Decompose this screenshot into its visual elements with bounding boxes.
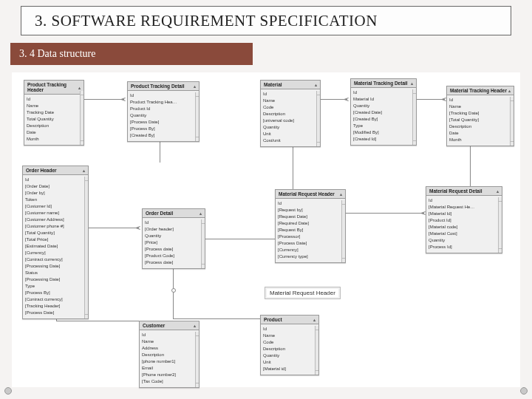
field: Date: [27, 129, 81, 136]
field: [Modified By]: [353, 129, 414, 136]
entity-product: Product▴ IdNameCodeDescriptionQuantityUn…: [260, 315, 319, 375]
field: [Process Id]: [429, 244, 499, 250]
entity-order-header: Order Header▴ Id[Order Date][Order by]To…: [22, 166, 89, 319]
field: Cost/unit: [263, 137, 318, 144]
field: [Customer name]: [25, 210, 86, 216]
field: Quantity: [130, 112, 197, 119]
field: [Customer phone #]: [25, 223, 86, 230]
entity-material-request-detail: Material Request Detail▴ Id[Material Req…: [426, 186, 502, 253]
field: Code: [263, 339, 316, 346]
field-list: IdProduct Tracking Hea…Product IdQuantit…: [128, 91, 199, 141]
field: [Created By]: [130, 132, 197, 139]
connector: [86, 228, 139, 228]
entity-product-tracking-detail: Product Tracking Detail▴ IdProduct Track…: [127, 81, 200, 142]
field: [Processing Date]: [25, 276, 86, 283]
page-title: 3. SOFTWARE REQUIREMENT SPECIFICATION: [35, 12, 378, 30]
label-card-material-request-header: Material Request Header: [265, 287, 341, 299]
field: [Estimated Date]: [25, 243, 86, 250]
crowfoot-icon: [136, 225, 142, 231]
field-list: Id[Order Date][Order by]Token[Customer I…: [23, 175, 88, 318]
field: [Material id]: [263, 366, 316, 372]
connector: [173, 268, 174, 318]
entity-order-detail: Order Detail▴ Id[Order header]Quantity[P…: [142, 208, 205, 269]
subtitle-text: 3. 4 Data structure: [19, 48, 95, 60]
scrollbar: [498, 197, 502, 253]
field: Address: [142, 345, 197, 352]
field: [Total Quantity]: [25, 230, 86, 236]
footer-dot-icon: [4, 387, 12, 395]
field: [Process By]: [130, 126, 197, 132]
connector: [173, 318, 260, 319]
entity-title: Material Request Detail: [429, 188, 482, 194]
entity-title: Material Request Header: [279, 191, 335, 197]
field: [Material Cost]: [429, 231, 499, 237]
label-card-text: Material Request Header: [270, 290, 335, 296]
field: Quantity: [263, 124, 318, 131]
field: [Contract currency]: [25, 296, 86, 303]
field: Id: [27, 96, 81, 103]
connector: [343, 213, 424, 214]
entity-title: Material Tracking Detail: [354, 81, 408, 86]
scrollbar: [316, 91, 320, 146]
field: Tracking Date: [27, 109, 81, 116]
field: Name: [142, 338, 197, 345]
scrollbar: [201, 219, 205, 268]
field: [phone number1]: [142, 358, 197, 365]
field: Id: [130, 92, 197, 99]
entity-title: Order Header: [26, 168, 57, 173]
field: [Tax Code]: [142, 378, 197, 385]
field-list: Id[Order header]Quantity[Price][Process …: [143, 218, 205, 268]
field: Month: [449, 137, 511, 143]
title-box: 3. SOFTWARE REQUIREMENT SPECIFICATION: [21, 6, 511, 35]
field: [Process Date]: [25, 310, 86, 316]
entity-material-request-header: Material Request Header▴ Id[Request by][…: [275, 189, 346, 263]
entity-material-tracking-header: Material Tracking Header▴ IdName[Trackin…: [446, 86, 514, 146]
entity-customer: Customer▴ IdNameAddressDescription[phone…: [139, 321, 200, 388]
field: [Material Id]: [429, 211, 499, 217]
field: Id: [263, 91, 318, 98]
field: [Process Date]: [130, 119, 197, 126]
scrollbar: [315, 326, 318, 375]
field: Quantity: [145, 233, 202, 239]
connector: [56, 321, 139, 321]
field: Material Id: [353, 96, 414, 103]
field: [Created Id]: [353, 136, 414, 143]
field-list: IdNameCodeDescription[universal code]Qua…: [261, 89, 320, 146]
field: Product Tracking Hea…: [130, 99, 197, 106]
field: Unit: [263, 359, 316, 366]
field: [Order by]: [25, 190, 86, 197]
collapse-icon: ▴: [194, 323, 196, 328]
field: Id: [263, 326, 316, 332]
field: Type: [25, 283, 86, 290]
collapse-icon: ▴: [340, 191, 342, 197]
field: Id: [449, 97, 511, 103]
field: [Required Date]: [278, 220, 343, 227]
entity-material: Material▴ IdNameCodeDescription[universa…: [260, 80, 321, 147]
connector: [414, 99, 445, 100]
scrollbar: [195, 332, 199, 387]
field: Description: [142, 352, 197, 358]
collapse-icon: ▴: [194, 83, 196, 89]
field: Id: [145, 219, 202, 226]
field: [Process date]: [145, 246, 202, 253]
field: [Phone number2]: [142, 372, 197, 378]
field: [Process By]: [25, 290, 86, 296]
field: [universal code]: [263, 117, 318, 124]
field-list: IdNameTracking DateTotal QuantityDescrip…: [24, 95, 83, 145]
connector: [293, 146, 293, 189]
entity-title: Product Tracking Header: [27, 82, 78, 92]
collapse-icon: ▴: [313, 317, 316, 322]
field: Unit: [263, 131, 318, 137]
collapse-icon: ▴: [411, 81, 413, 86]
field: [Product Code]: [145, 253, 202, 259]
field: Name: [263, 98, 318, 104]
field: Id: [142, 332, 197, 338]
collapse-icon: ▴: [508, 88, 511, 93]
field: Name: [449, 103, 511, 110]
collapse-icon: ▴: [497, 188, 499, 194]
scrollbar: [80, 91, 83, 145]
entity-title: Customer: [143, 323, 165, 328]
section-subtitle: 3. 4 Data structure: [10, 43, 253, 65]
field: Month: [27, 136, 81, 143]
collapse-icon: ▴: [83, 168, 85, 173]
